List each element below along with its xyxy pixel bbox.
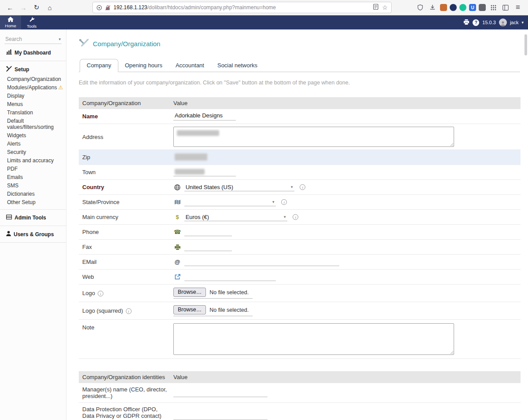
fax-input[interactable] <box>184 243 232 251</box>
dollar-icon: $ <box>173 214 181 220</box>
sidebar-item-translation[interactable]: Translation <box>0 108 66 117</box>
sidebar-item-my-dashboard[interactable]: My Dashboard <box>0 47 66 58</box>
table2-header-label: Company/Organization identities <box>79 371 170 383</box>
state-select[interactable]: ▾ <box>184 198 276 206</box>
browser-home-icon[interactable]: ⌂ <box>44 2 55 13</box>
currency-label: Main currency <box>79 210 170 225</box>
divider <box>0 61 66 61</box>
sidebar-item-menus[interactable]: Menus <box>0 100 66 108</box>
note-label: Note <box>79 320 170 359</box>
screen: ← → ↻ ⌂ 192.168.1.123/dolibarr/htdocs/ad… <box>0 0 528 420</box>
table1-header-label: Company/Organization <box>79 97 170 109</box>
currency-select[interactable]: Euros (€) ▾ <box>184 213 287 221</box>
zip-input[interactable] <box>173 153 207 161</box>
extension-icon-navy[interactable] <box>450 4 457 11</box>
sidebar-section-admin-tools[interactable]: Admin Tools <box>0 213 66 223</box>
extension-icon-gray[interactable] <box>479 4 486 11</box>
sidebar-item-default-values[interactable]: Default values/filters/sorting <box>0 117 66 131</box>
tools-icon <box>6 66 12 73</box>
logo-no-file-text: No file selected. <box>209 289 249 296</box>
company-table: Company/Organization Value Name Adorkabl… <box>79 97 521 359</box>
note-textarea[interactable] <box>173 323 454 355</box>
extension-icon-green[interactable] <box>459 4 466 11</box>
nav-tools[interactable]: Tools <box>21 15 42 29</box>
logo-squarred-no-file-text: No file selected. <box>209 307 249 313</box>
sidebar-item-limits-accuracy[interactable]: Limits and accuracy <box>0 156 66 164</box>
tracking-protection-icon[interactable] <box>96 5 102 11</box>
menu-icon[interactable]: ≡ <box>513 3 523 12</box>
insecure-lock-icon[interactable] <box>105 5 110 11</box>
logo-file-input[interactable]: Browse… No file selected. <box>173 288 253 299</box>
back-icon[interactable]: ← <box>4 2 16 13</box>
logo-squarred-browse-button[interactable]: Browse… <box>173 305 206 314</box>
sidebar-item-other-setup[interactable]: Other Setup <box>0 198 66 206</box>
town-input[interactable] <box>173 168 236 176</box>
sidebar-item-display[interactable]: Display <box>0 91 66 100</box>
name-input[interactable]: Adorkable Designs <box>173 112 236 121</box>
browser-toolbar: ← → ↻ ⌂ 192.168.1.123/dolibarr/htdocs/ad… <box>0 0 528 15</box>
scrollbar-thumb[interactable] <box>524 34 527 55</box>
redacted-town <box>175 169 205 175</box>
chevron-down-icon: ▾ <box>291 185 293 189</box>
address-textarea[interactable] <box>173 127 454 147</box>
url-path: /dolibarr/htdocs/admin/company.php?mainm… <box>147 4 276 11</box>
sidebar-section-setup[interactable]: Setup <box>0 64 66 75</box>
print-icon[interactable] <box>463 19 469 26</box>
tab-opening-hours[interactable]: Opening hours <box>118 59 169 72</box>
manager-input[interactable] <box>173 389 268 397</box>
reader-mode-icon[interactable] <box>373 4 378 11</box>
logo-squarred-file-input[interactable]: Browse… No file selected. <box>173 305 253 316</box>
url-bar[interactable]: 192.168.1.123/dolibarr/htdocs/admin/comp… <box>92 2 392 13</box>
bookmark-star-icon[interactable]: ☆ <box>382 4 388 11</box>
phone-label: Phone <box>79 225 170 240</box>
version-label: 15.0.3 <box>482 20 496 25</box>
row-note: Note <box>79 320 521 359</box>
sidebar-item-security[interactable]: Security <box>0 148 66 156</box>
user-menu-chevron-icon[interactable]: ▾ <box>521 20 524 25</box>
browser-actions: U ≡ <box>415 3 524 12</box>
sidebar-item-alerts[interactable]: Alerts <box>0 139 66 148</box>
logo-browse-button[interactable]: Browse… <box>173 288 206 297</box>
sidebar-item-emails[interactable]: Emails <box>0 173 66 181</box>
email-input[interactable] <box>184 258 339 266</box>
redacted-address <box>177 130 219 136</box>
chevron-down-icon: ▾ <box>272 200 275 204</box>
map-icon <box>173 199 181 205</box>
search-input[interactable]: Search ▾ <box>4 35 62 44</box>
row-phone: Phone ☎ <box>79 225 521 240</box>
redacted-zip <box>175 153 207 161</box>
sidebars-icon[interactable] <box>501 3 510 12</box>
pocket-icon[interactable] <box>415 3 425 12</box>
sidebar-item-widgets[interactable]: Widgets <box>0 131 66 139</box>
sidebar-item-dictionaries[interactable]: Dictionaries <box>0 190 66 198</box>
avatar[interactable] <box>499 18 507 26</box>
tab-company[interactable]: Company <box>80 59 118 72</box>
extension-icon-orange[interactable] <box>440 4 447 11</box>
web-input[interactable] <box>184 273 276 281</box>
divider <box>0 209 66 210</box>
sidebar-item-pdf[interactable]: PDF <box>0 164 66 173</box>
apps-grid-icon[interactable] <box>488 3 498 12</box>
tab-accountant[interactable]: Accountant <box>169 59 211 72</box>
sidebar-section-users-groups[interactable]: Users & Groups <box>0 229 66 239</box>
tab-social-networks[interactable]: Social networks <box>211 59 264 72</box>
nav-home[interactable]: Home <box>0 15 21 29</box>
sidebar-item-modules-applications[interactable]: Modules/Applications⚠ <box>0 83 66 91</box>
sidebar-item-company-organization[interactable]: Company/Organization <box>0 75 66 83</box>
extension-icon-blue[interactable]: U <box>469 4 476 11</box>
info-icon: i <box>126 308 132 314</box>
forward-icon[interactable]: → <box>18 2 29 13</box>
phone-input[interactable] <box>184 228 232 236</box>
country-select[interactable]: United States (US) ▾ <box>184 183 294 191</box>
url-text: 192.168.1.123/dolibarr/htdocs/admin/comp… <box>114 4 373 11</box>
sidebar-item-sms[interactable]: SMS <box>0 181 66 190</box>
username-label[interactable]: jack <box>510 20 519 25</box>
search-placeholder: Search <box>5 36 22 42</box>
dpo-input[interactable] <box>173 412 268 420</box>
help-icon[interactable]: ? <box>473 19 479 26</box>
downloads-icon[interactable] <box>428 3 437 12</box>
name-label: Name <box>79 109 170 124</box>
reload-icon[interactable]: ↻ <box>31 2 42 13</box>
external-link-icon <box>173 274 181 280</box>
row-logo: Logoi Browse… No file selected. <box>79 285 521 302</box>
